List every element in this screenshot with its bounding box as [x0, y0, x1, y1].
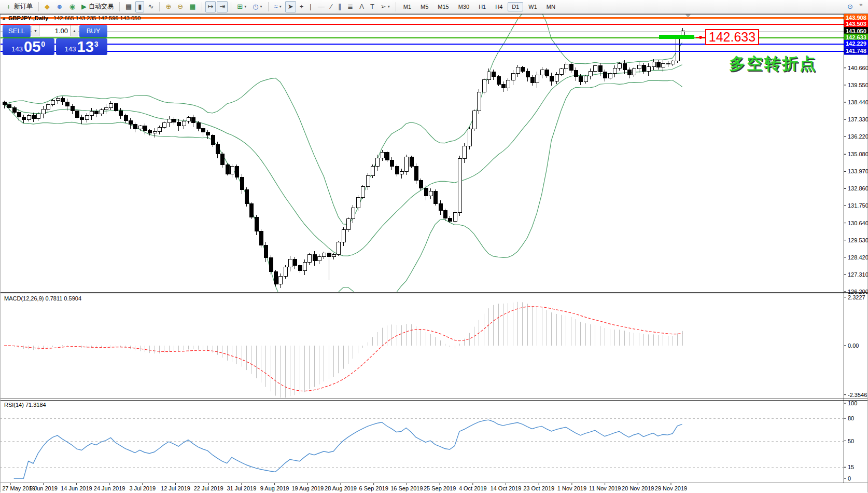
chart-shift-marker[interactable] [685, 15, 691, 18]
date-tick-label: 25 Sep 2019 [424, 485, 456, 491]
date-tick-label: 1 Nov 2019 [557, 485, 586, 491]
timeframe-m15-button[interactable]: M15 [433, 2, 453, 11]
chart-canvas[interactable]: 140.660139.550138.440137.330136.220135.0… [0, 13, 868, 493]
line-chart-button[interactable]: ∿ [145, 1, 156, 12]
new-order-button[interactable]: ＋新订单 [3, 1, 35, 12]
volume-decrease-button[interactable]: ▼ [32, 25, 39, 36]
arrows-dropdown-arrow: ▾ [388, 4, 390, 9]
toolbar-separator [159, 2, 160, 11]
auto-trading-icon: ▶ [81, 2, 87, 12]
price-level-badge-label: 142.633 [846, 34, 866, 40]
arrows-icon: ➢ [381, 2, 386, 12]
mql5-community-icon: ☻ [56, 2, 63, 12]
price-tick-label: 129.530 [848, 237, 868, 243]
price-tick-label: 132.860 [848, 185, 868, 191]
new-chart-icon: ⊞ [237, 2, 243, 12]
cursor-button[interactable]: ➤ [285, 1, 296, 12]
buy-button[interactable]: BUY [79, 25, 107, 37]
sell-price-prefix: 143 [11, 45, 23, 53]
toolbar-separator [396, 2, 396, 11]
price-tick-label: 135.080 [848, 151, 868, 157]
toolbar-separator [231, 2, 231, 11]
symbol-period-label: GBPJPY-,Daily [8, 15, 48, 21]
price-tick-label: 127.310 [848, 271, 868, 278]
chart-title: GBPJPY-,Daily142.665 143.235 142.596 143… [8, 15, 141, 21]
mql5-community-button[interactable]: ☻ [53, 1, 66, 12]
indicators-dropdown-arrow: ▾ [279, 4, 282, 9]
horizontal-line-button[interactable]: — [315, 1, 327, 12]
arrows-button[interactable]: ➢▾ [378, 1, 393, 12]
auto-scroll-button[interactable]: ↦ [205, 1, 216, 12]
auto-trading-button[interactable]: ▶自动交易 [79, 1, 116, 12]
fibonacci-button[interactable]: ≣ [345, 1, 356, 12]
buy-price-button[interactable]: 143 13 3 [56, 38, 108, 55]
timeframe-m1-button[interactable]: M1 [399, 2, 415, 11]
profiles-button[interactable]: ◷▾ [250, 1, 264, 12]
horizontal-line-icon: — [318, 2, 325, 12]
date-tick-label: 23 Oct 2019 [523, 485, 554, 491]
search-icon: ⊙ [847, 2, 853, 12]
price-level-badge-label: 143.503 [846, 21, 866, 27]
timeframe-mn-button[interactable]: MN [542, 2, 559, 11]
zoom-in-button[interactable]: ⊕ [163, 1, 174, 12]
price-tick-label: 139.550 [848, 82, 868, 88]
bar-chart-button[interactable]: ▤ [123, 1, 134, 12]
highlight-rectangle[interactable] [659, 35, 694, 39]
fibonacci-icon: ≣ [347, 2, 353, 12]
rsi-tick-label: 100 [848, 400, 857, 406]
timeframe-h4-button[interactable]: H4 [491, 2, 507, 11]
volume-input[interactable]: 1.00 [39, 25, 71, 36]
zoom-out-button[interactable]: ⊖ [175, 1, 186, 12]
ohlc-values: 142.665 143.235 142.596 143.050 [53, 15, 141, 21]
sell-button[interactable]: SELL [3, 25, 31, 37]
candlestick-chart-icon: ▮ [138, 2, 142, 12]
tile-windows-button[interactable]: ▦ [187, 1, 198, 12]
new-chart-dropdown-arrow: ▾ [244, 4, 246, 9]
date-tick-label: 11 Nov 2019 [589, 485, 621, 491]
timeframe-m5-button[interactable]: M5 [416, 2, 432, 11]
indicators-button[interactable]: ≈▾ [272, 1, 284, 12]
macd-tick-label: -2.3546 [848, 392, 867, 398]
text-button[interactable]: A [357, 1, 367, 12]
new-chart-button[interactable]: ⊞▾ [234, 1, 249, 12]
date-tick-label: 20 Nov 2019 [622, 485, 654, 491]
panel-collapse-toggle[interactable]: ▲ [2, 16, 6, 21]
metaeditor-button[interactable]: ◆ [42, 1, 52, 12]
signals-button[interactable]: ◉ [67, 1, 78, 12]
chart-window: 140.660139.550138.440137.330136.220135.0… [0, 13, 868, 493]
timeframe-w1-button[interactable]: W1 [524, 2, 541, 11]
volume-increase-button[interactable]: ▲ [71, 25, 78, 36]
macd-tick-label: 0.00 [848, 343, 859, 349]
timeframe-d1-button[interactable]: D1 [508, 2, 523, 11]
price-level-badge-label: 143.908 [846, 15, 866, 21]
price-callout-label[interactable]: 142.633 [705, 29, 759, 45]
macd-tick-label: 2.3227 [848, 294, 865, 300]
sell-price-button[interactable]: 143 05 0 [3, 38, 54, 55]
toolbar-left-group: ＋新订单◆☻◉▶自动交易▤▮∿⊕⊖▦↦⇥⊞▾◷▾≈▾➤+|—∕∥≣AT➢▾M1M… [2, 0, 844, 13]
buy-price-prefix: 143 [65, 45, 76, 53]
profiles-icon: ◷ [253, 2, 258, 12]
annotation-text[interactable]: 多空转折点 [729, 53, 817, 75]
vertical-line-icon: | [310, 2, 311, 12]
text-label-button[interactable]: T [368, 1, 377, 12]
crosshair-button[interactable]: + [297, 1, 306, 12]
date-tick-label: 3 Jul 2019 [129, 485, 156, 491]
trendline-button[interactable]: ∕ [328, 1, 334, 12]
chart-shift-button[interactable]: ⇥ [217, 1, 228, 12]
trendline-icon: ∕ [331, 2, 332, 12]
vertical-line-button[interactable]: | [307, 1, 314, 12]
chart-shift-icon: ⇥ [219, 2, 225, 12]
chat-button[interactable]: ❞ [857, 1, 865, 12]
timeframe-h1-button[interactable]: H1 [474, 2, 490, 11]
text-icon: A [359, 2, 364, 12]
price-callout-anchor[interactable] [699, 36, 702, 39]
equidistant-channel-button[interactable]: ∥ [335, 1, 344, 12]
timeframe-m30-button[interactable]: M30 [454, 2, 473, 11]
date-tick-label: 14 Oct 2019 [491, 485, 522, 491]
candlestick-chart-button[interactable]: ▮ [135, 1, 144, 12]
profiles-dropdown-arrow: ▾ [260, 4, 262, 9]
search-button[interactable]: ⊙ [845, 1, 856, 12]
macd-indicator-label: MACD(12,26,9) 0.7811 0.5904 [4, 295, 81, 302]
indicators-icon: ≈ [274, 2, 278, 12]
date-tick-label: 14 Jun 2019 [61, 485, 92, 491]
